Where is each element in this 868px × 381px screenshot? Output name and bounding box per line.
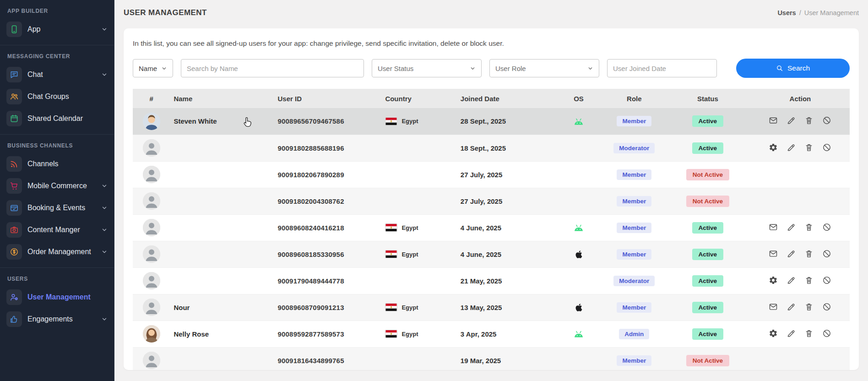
cart-icon (6, 178, 22, 194)
table-row[interactable]: 90089608240416218Egypt4 June, 2025Member… (133, 214, 850, 241)
block-user-button[interactable] (822, 223, 831, 232)
status-badge: Not Active (686, 355, 729, 366)
users-table: #NameUser IDCountryJoined DateOSRoleStat… (133, 89, 850, 370)
trash-icon (804, 249, 814, 258)
delete-user-button[interactable] (804, 116, 814, 125)
table-row[interactable]: Nelly Rose90089592877589573Egypt3 Apr, 2… (133, 321, 850, 347)
role-badge: Member (617, 302, 651, 313)
egypt-flag-icon (385, 223, 397, 232)
user-joined-date: 18 Sept., 2025 (457, 135, 553, 161)
dollar-icon (6, 244, 22, 260)
name-filter-select[interactable]: Name (133, 59, 173, 77)
pencil-icon (787, 329, 796, 338)
sidebar-section-title: USERS (0, 270, 114, 286)
joined-date-input[interactable] (607, 59, 717, 77)
block-user-button[interactable] (822, 143, 831, 152)
block-user-button[interactable] (822, 116, 831, 125)
sidebar-item-mobile-commerce[interactable]: Mobile Commerce (0, 175, 114, 197)
user-status: Active (665, 321, 751, 347)
user-name (170, 188, 274, 214)
role-badge: Admin (619, 329, 649, 339)
sidebar-section-business-channels: BUSINESS CHANNELSChannelsMobile Commerce… (0, 135, 114, 268)
user-name (170, 267, 274, 294)
search-button[interactable]: Search (736, 59, 850, 78)
table-row[interactable]: 9009180200430876227 July, 2025MemberNot … (133, 188, 850, 214)
change-privilege-button[interactable] (769, 143, 778, 152)
user-os (553, 108, 604, 135)
sidebar-item-engagements[interactable]: Engagements (0, 308, 114, 330)
send-invitation-button[interactable] (769, 223, 778, 232)
block-user-button[interactable] (822, 276, 831, 285)
delete-user-button[interactable] (804, 302, 814, 311)
delete-user-button[interactable] (804, 249, 814, 258)
android-os-icon (573, 117, 584, 125)
block-user-button[interactable] (822, 329, 831, 338)
sidebar-item-app[interactable]: App (0, 18, 114, 40)
edit-user-button[interactable] (787, 143, 796, 152)
sidebar-item-channels[interactable]: Channels (0, 153, 114, 175)
chevron-down-icon (101, 183, 108, 189)
delete-user-button[interactable] (804, 223, 814, 232)
sidebar-item-order-management[interactable]: Order Management (0, 241, 114, 263)
sidebar-item-chat[interactable]: Chat (0, 64, 114, 86)
block-user-button[interactable] (822, 249, 831, 258)
edit-user-button[interactable] (787, 302, 796, 311)
trash-icon (804, 143, 814, 152)
change-privilege-button[interactable] (769, 276, 778, 285)
chevron-down-icon (101, 26, 108, 33)
row-actions (769, 302, 831, 311)
table-header-row: #NameUser IDCountryJoined DateOSRoleStat… (133, 89, 850, 108)
row-actions (769, 276, 831, 285)
mail-icon (769, 302, 778, 311)
country-name: Egypt (401, 118, 418, 125)
sidebar-item-label: Chat Groups (27, 93, 108, 101)
sidebar-item-content-manger[interactable]: Content Manger (0, 219, 114, 241)
table-row[interactable]: Steven White90089656709467586Egypt28 Sep… (133, 108, 850, 135)
app-icon (6, 22, 22, 37)
table-row[interactable]: 90089608185330956Egypt4 June, 2025Member… (133, 241, 850, 267)
block-user-button[interactable] (822, 302, 831, 311)
user-avatar (143, 272, 160, 289)
edit-user-button[interactable] (787, 249, 796, 258)
delete-user-button[interactable] (804, 276, 814, 285)
sidebar-item-user-management[interactable]: User Management (0, 286, 114, 308)
table-row[interactable]: 9009179048944477821 May, 2025ModeratorAc… (133, 267, 850, 294)
user-name (170, 347, 274, 370)
breadcrumb-users-link[interactable]: Users (777, 9, 796, 16)
delete-user-button[interactable] (804, 329, 814, 338)
sidebar-item-booking-events[interactable]: Booking & Events (0, 197, 114, 219)
status-badge: Active (692, 115, 724, 127)
edit-user-button[interactable] (787, 276, 796, 285)
table-row[interactable]: 9009181643489976519 Mar, 2025MemberNot A… (133, 347, 850, 370)
chevron-down-icon (101, 316, 108, 322)
column-header-status: Status (665, 89, 751, 108)
user-status-select[interactable]: User Status (372, 59, 482, 77)
sidebar-section-title: MESSAGING CENTER (0, 47, 114, 64)
user-role-select[interactable]: User Role (489, 59, 599, 77)
delete-user-button[interactable] (804, 143, 814, 152)
row-actions (769, 329, 831, 338)
table-row[interactable]: Nour90089608709091213Egypt13 May, 2025Me… (133, 294, 850, 321)
user-status: Active (665, 135, 751, 161)
edit-user-button[interactable] (787, 223, 796, 232)
sidebar-item-chat-groups[interactable]: Chat Groups (0, 86, 114, 108)
edit-user-button[interactable] (787, 116, 796, 125)
edit-user-button[interactable] (787, 329, 796, 338)
user-joined-date: 28 Sept., 2025 (457, 108, 553, 135)
user-joined-date: 19 Mar, 2025 (457, 347, 553, 370)
table-row[interactable]: 9009180206789028927 July, 2025MemberNot … (133, 161, 850, 188)
block-icon (822, 143, 831, 152)
sidebar-item-label: Content Manger (27, 226, 96, 234)
role-badge: Moderator (613, 276, 655, 286)
send-invitation-button[interactable] (769, 116, 778, 125)
table-row[interactable]: 9009180288568819618 Sept., 2025Moderator… (133, 135, 850, 161)
change-privilege-button[interactable] (769, 329, 778, 338)
column-header-os: OS (553, 89, 604, 108)
column-header-role: Role (604, 89, 665, 108)
send-invitation-button[interactable] (769, 302, 778, 311)
sidebar-item-shared-calendar[interactable]: Shared Calendar (0, 108, 114, 130)
user-id: 90089592877589573 (274, 321, 381, 347)
send-invitation-button[interactable] (769, 249, 778, 258)
search-input[interactable] (181, 59, 364, 77)
user-os (553, 161, 604, 188)
